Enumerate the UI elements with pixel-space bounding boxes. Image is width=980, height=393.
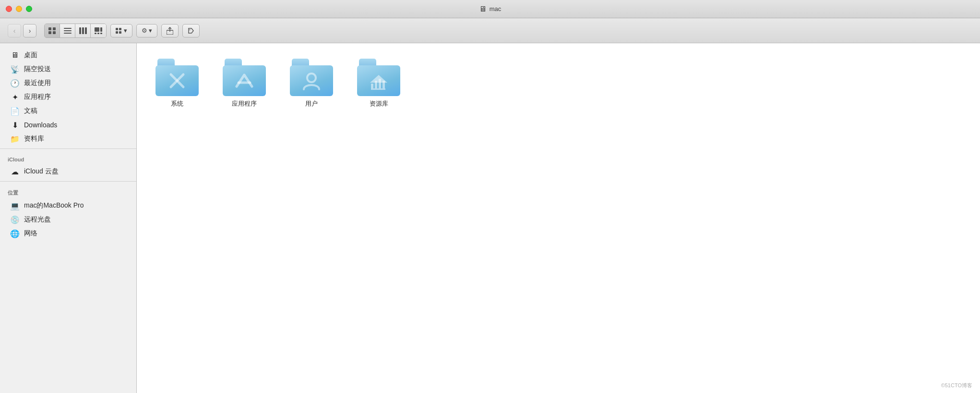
desktop-icon: 🖥 — [11, 51, 19, 60]
view-icon-button[interactable] — [45, 24, 60, 37]
icloud-icon: ☁ — [11, 167, 19, 176]
svg-point-20 — [190, 29, 191, 30]
documents-icon: 📄 — [11, 107, 19, 115]
close-button[interactable] — [6, 6, 12, 12]
svg-rect-1 — [53, 27, 56, 30]
icloud-section-label: iCloud — [0, 152, 136, 164]
arrange-chevron: ▾ — [124, 27, 127, 34]
sidebar-label-network: 网络 — [24, 229, 37, 238]
content-area: 系统 应用程序 — [137, 43, 980, 393]
folder-system[interactable]: 系统 — [148, 55, 206, 112]
svg-rect-14 — [100, 27, 102, 32]
maximize-button[interactable] — [26, 6, 32, 12]
remote-disc-icon: 💿 — [11, 215, 19, 224]
recents-icon: 🕐 — [11, 79, 19, 87]
folder-label-user: 用户 — [305, 100, 318, 108]
view-column-button[interactable] — [75, 24, 91, 37]
svg-rect-13 — [100, 33, 102, 34]
svg-rect-16 — [119, 28, 121, 30]
folder-icon-user — [290, 59, 333, 96]
share-button[interactable] — [161, 24, 179, 37]
svg-rect-18 — [119, 31, 121, 34]
sidebar-label-icloud: iCloud 云盘 — [24, 167, 59, 176]
sidebar-label-library: 资料库 — [24, 135, 44, 143]
sidebar-item-airdrop[interactable]: 📡 隔空投送 — [3, 62, 133, 76]
svg-rect-5 — [64, 30, 72, 31]
sidebar-label-recents: 最近使用 — [24, 79, 51, 87]
folder-label-library: 资源库 — [370, 100, 388, 108]
main-area: 🖥 桌面 📡 隔空投送 🕐 最近使用 ✦ 应用程序 📄 文稿 ⬇ Downloa… — [0, 43, 980, 393]
svg-rect-15 — [116, 28, 118, 30]
svg-rect-10 — [95, 27, 99, 32]
svg-rect-9 — [85, 27, 87, 34]
applications-icon: ✦ — [11, 93, 19, 101]
airdrop-icon: 📡 — [11, 65, 19, 74]
back-button[interactable]: ‹ — [8, 24, 21, 37]
minimize-button[interactable] — [16, 6, 22, 12]
folder-icon-library — [357, 59, 400, 96]
sidebar-item-macbook[interactable]: 💻 mac的MacBook Pro — [3, 199, 133, 212]
toolbar: ‹ › — [0, 18, 980, 43]
svg-rect-2 — [48, 31, 51, 34]
svg-rect-25 — [371, 84, 373, 88]
tag-button[interactable] — [182, 24, 200, 37]
folder-icon-apps — [223, 59, 266, 96]
folder-library[interactable]: 资源库 — [350, 55, 407, 112]
folder-label-apps: 应用程序 — [232, 100, 257, 108]
sidebar-divider-1 — [0, 148, 136, 149]
svg-point-24 — [307, 74, 316, 82]
sidebar-label-remote-disc: 远程光盘 — [24, 215, 51, 224]
view-mode-group — [44, 24, 107, 38]
svg-rect-8 — [82, 27, 84, 34]
macbook-icon: 💻 — [11, 201, 19, 210]
locations-section-label: 位置 — [0, 184, 136, 198]
sidebar-label-airdrop: 隔空投送 — [24, 65, 51, 74]
sidebar-label-desktop: 桌面 — [24, 51, 37, 60]
forward-button[interactable]: › — [23, 24, 36, 37]
svg-rect-17 — [116, 31, 118, 34]
sidebar-item-library[interactable]: 📁 资料库 — [3, 132, 133, 146]
svg-rect-29 — [371, 88, 385, 90]
sidebar: 🖥 桌面 📡 隔空投送 🕐 最近使用 ✦ 应用程序 📄 文稿 ⬇ Downloa… — [0, 43, 137, 393]
watermark: ©51CTO博客 — [941, 382, 972, 389]
sidebar-item-applications[interactable]: ✦ 应用程序 — [3, 90, 133, 104]
sidebar-item-icloud-drive[interactable]: ☁ iCloud 云盘 — [3, 165, 133, 178]
folder-apps[interactable]: 应用程序 — [215, 55, 273, 112]
gear-icon: ⚙ — [142, 27, 147, 34]
sidebar-item-remote-disc[interactable]: 💿 远程光盘 — [3, 213, 133, 226]
sidebar-label-downloads: Downloads — [24, 121, 57, 129]
gear-chevron: ▾ — [149, 27, 152, 34]
nav-group: ‹ › — [8, 24, 36, 37]
sidebar-item-documents[interactable]: 📄 文稿 — [3, 104, 133, 118]
window-title-text: mac — [490, 5, 502, 12]
drive-icon: 🖥 — [479, 5, 487, 13]
sidebar-label-documents: 文稿 — [24, 107, 37, 115]
view-gallery-button[interactable] — [91, 24, 106, 37]
sidebar-label-macbook: mac的MacBook Pro — [24, 201, 84, 210]
svg-rect-4 — [64, 28, 72, 29]
title-bar: 🖥 mac — [0, 0, 980, 18]
sidebar-item-recents[interactable]: 🕐 最近使用 — [3, 76, 133, 90]
sidebar-item-downloads[interactable]: ⬇ Downloads — [3, 118, 133, 132]
svg-rect-3 — [53, 31, 56, 34]
folder-label-system: 系统 — [171, 100, 183, 108]
downloads-icon: ⬇ — [11, 121, 19, 129]
svg-rect-6 — [64, 33, 72, 34]
sidebar-item-network[interactable]: 🌐 网络 — [3, 227, 133, 240]
window-controls[interactable] — [6, 6, 32, 12]
sidebar-label-applications: 应用程序 — [24, 93, 51, 101]
svg-rect-0 — [48, 27, 51, 30]
library-icon: 📁 — [11, 135, 19, 143]
sidebar-divider-2 — [0, 181, 136, 182]
sidebar-item-desktop[interactable]: 🖥 桌面 — [3, 49, 133, 62]
svg-rect-11 — [95, 33, 96, 34]
file-grid: 系统 应用程序 — [148, 55, 968, 112]
arrange-dropdown[interactable]: ▾ — [110, 24, 132, 37]
gear-dropdown[interactable]: ⚙ ▾ — [136, 24, 157, 37]
folder-user[interactable]: 用户 — [283, 55, 340, 112]
network-icon: 🌐 — [11, 229, 19, 238]
svg-rect-12 — [97, 33, 99, 34]
view-list-button[interactable] — [60, 24, 75, 37]
svg-rect-7 — [79, 27, 81, 34]
window-title: 🖥 mac — [479, 5, 502, 13]
